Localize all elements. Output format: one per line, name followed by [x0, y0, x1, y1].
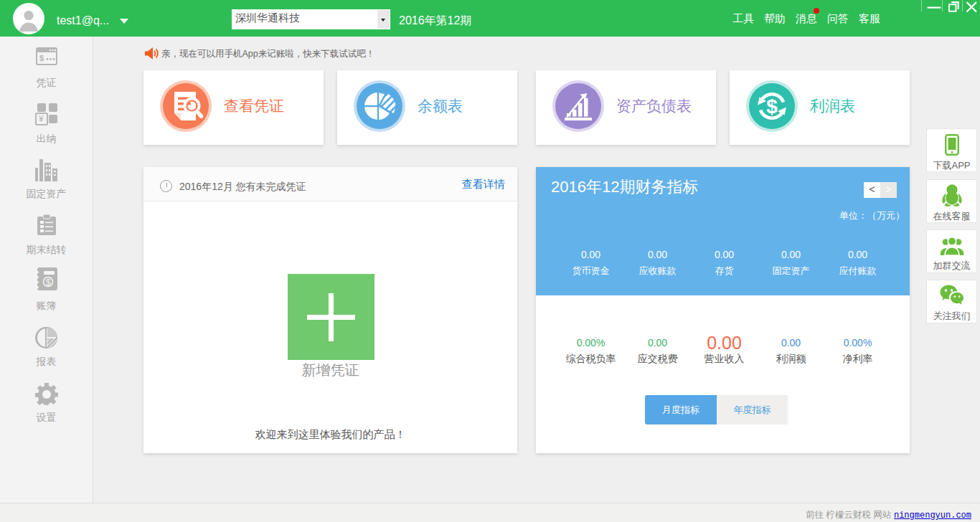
- svg-text:$: $: [766, 95, 778, 118]
- svg-text:$: $: [39, 54, 44, 62]
- svg-text:¥: ¥: [38, 114, 44, 124]
- svg-text:$: $: [46, 277, 51, 288]
